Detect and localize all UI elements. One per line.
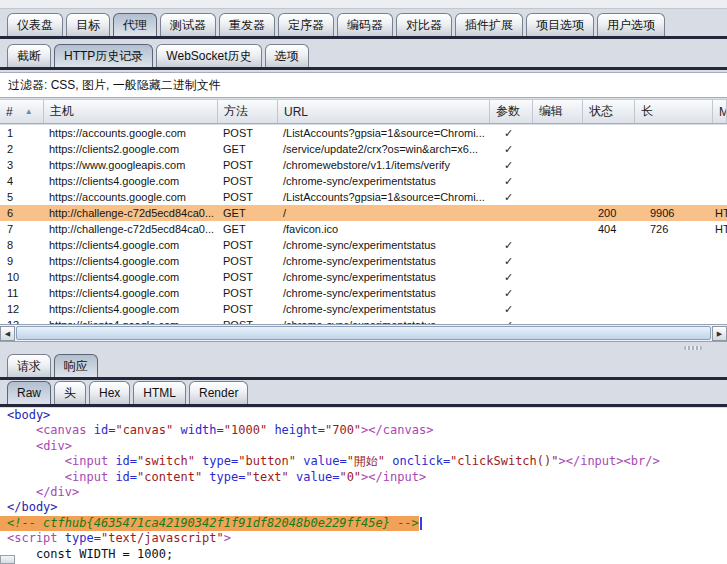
column-header-MI[interactable]: MI: [713, 100, 727, 123]
code-line: <script type="text/javascript">: [0, 531, 727, 546]
code-line-content: <canvas id="canvas" width="1000" height=…: [7, 423, 433, 437]
main-tab-comparer[interactable]: 对比器: [396, 13, 452, 36]
code-line-flag-comment: <!-- ctfhub{4635471ca42190342f1f91df8204…: [0, 516, 727, 531]
pane-splitter[interactable]: [0, 342, 727, 353]
cell-method: POST: [218, 159, 278, 171]
tab-underline: [0, 377, 727, 380]
table-row[interactable]: 11https://clients4.google.comPOST/chrome…: [0, 285, 727, 301]
cell-method: POST: [218, 255, 278, 267]
view-tab-headers[interactable]: 头: [54, 381, 86, 404]
code-line-content: <body>: [7, 408, 50, 422]
cell-method: POST: [218, 287, 278, 299]
cell-method: POST: [218, 175, 278, 187]
cell-host: https://clients4.google.com: [44, 303, 218, 315]
cell-num: 9: [0, 255, 44, 267]
cell-url: /ListAccounts?gpsia=1&source=Chromi...: [278, 127, 490, 139]
column-label: 参数: [496, 103, 520, 120]
column-header-长[interactable]: 长: [635, 100, 713, 123]
table-row[interactable]: 1https://accounts.google.comPOST/ListAcc…: [0, 125, 727, 141]
main-tab-bar: 仪表盘目标代理测试器重发器定序器编码器对比器插件扩展项目选项用户选项: [0, 9, 727, 36]
view-tab-html[interactable]: HTML: [133, 381, 186, 404]
column-header-主机[interactable]: 主机: [44, 100, 218, 123]
cell-status: 404: [583, 223, 635, 235]
cell-method: GET: [218, 223, 278, 235]
cell-num: 4: [0, 175, 44, 187]
view-tab-raw[interactable]: Raw: [7, 381, 51, 404]
main-tab-user-options[interactable]: 用户选项: [597, 13, 665, 36]
cell-url: /chrome-sync/experimentstatus: [278, 287, 490, 299]
main-tab-extender[interactable]: 插件扩展: [455, 13, 523, 36]
view-tab-bar: Raw头HexHTMLRender: [0, 381, 727, 404]
cell-url: /chrome-sync/experimentstatus: [278, 239, 490, 251]
cell-params-check-icon: ✓: [490, 127, 533, 140]
main-tab-proxy[interactable]: 代理: [113, 13, 157, 36]
cell-num: 7: [0, 223, 44, 235]
main-tab-sequencer[interactable]: 定序器: [278, 13, 334, 36]
table-header: #▲主机方法URL参数编辑状态长MI: [0, 99, 727, 124]
main-tab-project-options[interactable]: 项目选项: [526, 13, 594, 36]
table-row[interactable]: 5https://accounts.google.comPOST/ListAcc…: [0, 189, 727, 205]
table-row[interactable]: 12https://clients4.google.comPOST/chrome…: [0, 301, 727, 317]
column-header-URL[interactable]: URL: [278, 100, 490, 123]
cell-len: 9906: [635, 207, 713, 219]
column-header-状态[interactable]: 状态: [583, 100, 635, 123]
column-header-方法[interactable]: 方法: [218, 100, 278, 123]
column-label: 方法: [224, 103, 248, 120]
cell-mime: HT: [713, 207, 727, 219]
cell-host: https://clients4.google.com: [44, 175, 218, 187]
main-tab-decoder[interactable]: 编码器: [337, 13, 393, 36]
proxy-tab-http-history[interactable]: HTTP历史记录: [54, 44, 153, 67]
code-line: <div>: [0, 439, 727, 454]
column-label: 长: [641, 103, 653, 120]
cell-method: POST: [218, 191, 278, 203]
pane-tab-request[interactable]: 请求: [7, 354, 51, 377]
table-row[interactable]: 3https://www.googleapis.comPOST/chromewe…: [0, 157, 727, 173]
proxy-tab-intercept[interactable]: 截断: [7, 44, 51, 67]
view-tab-render[interactable]: Render: [189, 381, 248, 404]
cell-host: https://clients2.google.com: [44, 143, 218, 155]
text-caret: [420, 517, 422, 530]
code-line-content: <input id="content" type="text" value="0…: [7, 470, 426, 484]
cell-num: 5: [0, 191, 44, 203]
table-horizontal-scrollbar[interactable]: ◀ ▶: [0, 324, 727, 342]
table-row[interactable]: 6http://challenge-c72d5ecd84ca0...GET/20…: [0, 205, 727, 221]
cell-host: https://clients4.google.com: [44, 287, 218, 299]
proxy-tab-options[interactable]: 选项: [265, 44, 309, 67]
proxy-tab-bar: 截断HTTP历史记录WebSocket历史选项: [0, 41, 727, 67]
message-pane-tab-bar: 请求响应: [0, 353, 727, 377]
cell-method: POST: [218, 303, 278, 315]
main-tab-repeater[interactable]: 重发器: [219, 13, 275, 36]
scrollbar-thumb[interactable]: [16, 326, 711, 340]
table-row[interactable]: 8https://clients4.google.comPOST/chrome-…: [0, 237, 727, 253]
table-row[interactable]: 9https://clients4.google.comPOST/chrome-…: [0, 253, 727, 269]
column-header-编辑[interactable]: 编辑: [533, 100, 583, 123]
column-header-参数[interactable]: 参数: [490, 100, 533, 123]
cell-params-check-icon: ✓: [490, 143, 533, 156]
scroll-left-icon[interactable]: ◀: [0, 326, 15, 341]
main-tab-target[interactable]: 目标: [66, 13, 110, 36]
cell-host: https://accounts.google.com: [44, 127, 218, 139]
main-tab-intruder[interactable]: 测试器: [160, 13, 216, 36]
response-body[interactable]: <body> <canvas id="canvas" width="1000" …: [0, 408, 727, 564]
table-row[interactable]: 7http://challenge-c72d5ecd84ca0...GET/fa…: [0, 221, 727, 237]
cell-host: http://challenge-c72d5ecd84ca0...: [44, 207, 218, 219]
filter-bar[interactable]: 过滤器: CSS, 图片, 一般隐藏二进制文件: [0, 72, 727, 98]
splitter-grip-icon[interactable]: [684, 346, 702, 350]
proxy-tab-websocket-history[interactable]: WebSocket历史: [156, 44, 261, 67]
table-row[interactable]: 2https://clients2.google.comGET/service/…: [0, 141, 727, 157]
column-label: URL: [284, 105, 308, 119]
view-tab-hex[interactable]: Hex: [89, 381, 130, 404]
cell-method: POST: [218, 271, 278, 283]
main-tab-dashboard[interactable]: 仪表盘: [7, 13, 63, 36]
cell-params-check-icon: ✓: [490, 239, 533, 252]
scroll-right-icon[interactable]: ▶: [712, 326, 727, 341]
cell-num: 10: [0, 271, 44, 283]
column-label: 编辑: [539, 103, 563, 120]
cell-host: https://clients4.google.com: [44, 239, 218, 251]
table-row[interactable]: 10https://clients4.google.comPOST/chrome…: [0, 269, 727, 285]
table-row[interactable]: 4https://clients4.google.comPOST/chrome-…: [0, 173, 727, 189]
pane-tab-response[interactable]: 响应: [54, 354, 98, 377]
column-label: #: [6, 105, 13, 119]
column-header-number[interactable]: #▲: [0, 100, 44, 123]
cell-host: http://challenge-c72d5ecd84ca0...: [44, 223, 218, 235]
